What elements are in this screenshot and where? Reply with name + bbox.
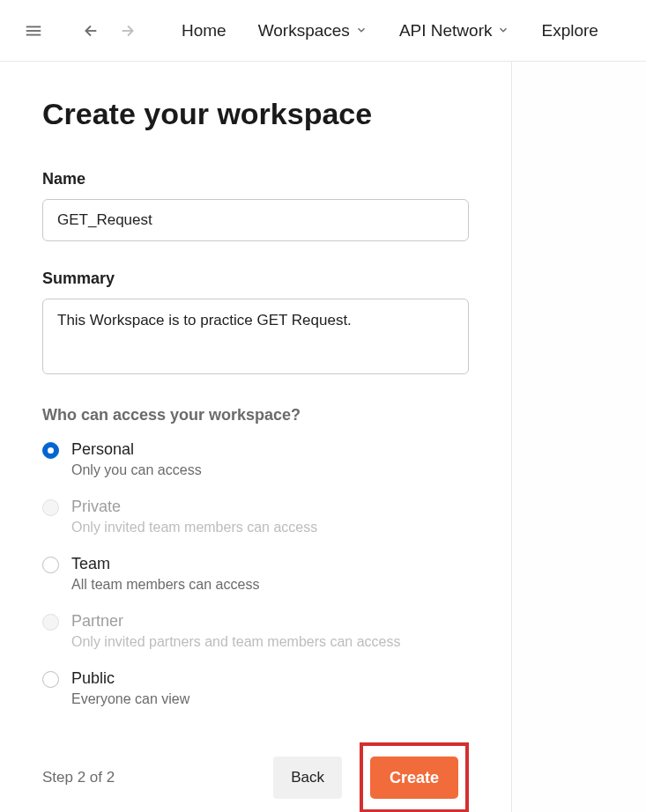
radio-title: Partner	[71, 612, 401, 631]
radio-texts: Partner Only invited partners and team m…	[71, 612, 401, 650]
access-section-label: Who can access your workspace?	[42, 406, 469, 424]
radio-title: Private	[71, 498, 317, 516]
forward-arrow-icon[interactable]	[113, 15, 145, 47]
step-indicator: Step 2 of 2	[42, 769, 115, 786]
summary-label: Summary	[42, 269, 469, 288]
nav-home-label: Home	[182, 21, 226, 41]
name-field: Name	[42, 170, 469, 241]
radio-desc: All team members can access	[71, 577, 259, 593]
access-option-personal[interactable]: Personal Only you can access	[42, 440, 469, 478]
nav-workspaces[interactable]: Workspaces	[246, 14, 380, 48]
radio-desc: Only invited team members can access	[71, 520, 317, 535]
main-content: Create your workspace Name Summary Who c…	[0, 62, 511, 812]
radio-icon	[42, 499, 59, 516]
form-footer: Step 2 of 2 Back Create	[42, 742, 469, 812]
radio-texts: Private Only invited team members can ac…	[71, 498, 317, 535]
radio-icon	[42, 614, 59, 631]
back-button[interactable]: Back	[273, 757, 342, 799]
create-highlight-frame: Create	[360, 742, 469, 812]
nav-api-network[interactable]: API Network	[387, 14, 523, 48]
radio-texts: Personal Only you can access	[71, 440, 202, 478]
radio-title: Public	[71, 669, 189, 688]
radio-icon	[42, 442, 59, 459]
summary-field: Summary	[42, 269, 469, 378]
create-button[interactable]: Create	[370, 757, 458, 799]
nav-api-network-label: API Network	[399, 21, 493, 41]
radio-icon	[42, 557, 59, 573]
access-option-team[interactable]: Team All team members can access	[42, 555, 469, 593]
chevron-down-icon	[497, 21, 509, 41]
name-label: Name	[42, 170, 469, 188]
right-side-panel	[511, 62, 646, 812]
menu-icon[interactable]	[18, 15, 49, 47]
footer-buttons: Back Create	[273, 742, 469, 812]
radio-texts: Public Everyone can view	[71, 669, 189, 707]
radio-icon	[42, 671, 59, 688]
nav-workspaces-label: Workspaces	[258, 21, 350, 41]
radio-desc: Only you can access	[71, 462, 202, 478]
radio-title: Team	[71, 555, 259, 573]
nav-explore-label: Explore	[541, 21, 598, 41]
radio-title: Personal	[71, 440, 202, 459]
radio-desc: Everyone can view	[71, 691, 189, 707]
access-option-public[interactable]: Public Everyone can view	[42, 669, 469, 707]
chevron-down-icon	[355, 21, 368, 41]
page-title: Create your workspace	[42, 97, 469, 131]
access-radio-group: Personal Only you can access Private Onl…	[42, 440, 469, 707]
name-input[interactable]	[42, 199, 469, 241]
access-option-partner[interactable]: Partner Only invited partners and team m…	[42, 612, 469, 650]
nav-explore[interactable]: Explore	[529, 14, 610, 48]
radio-desc: Only invited partners and team members c…	[71, 634, 401, 650]
back-arrow-icon[interactable]	[74, 15, 106, 47]
access-option-private[interactable]: Private Only invited team members can ac…	[42, 498, 469, 535]
summary-input[interactable]	[42, 299, 469, 374]
radio-texts: Team All team members can access	[71, 555, 259, 593]
top-navigation: Home Workspaces API Network Explore	[0, 0, 646, 62]
nav-home[interactable]: Home	[169, 14, 239, 48]
